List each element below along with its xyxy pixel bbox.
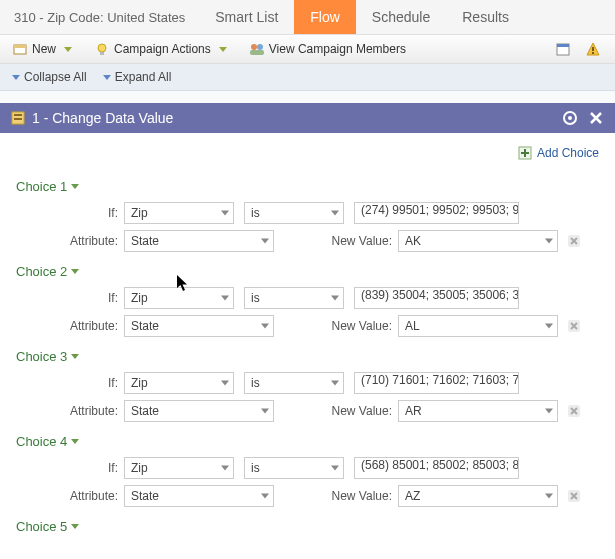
- chevron-down-icon: [71, 269, 79, 274]
- chevron-down-icon: [219, 47, 227, 52]
- if-label: If:: [16, 206, 124, 220]
- collapse-all-button[interactable]: Collapse All: [4, 67, 95, 87]
- chevron-down-icon: [71, 524, 79, 529]
- warning-icon: [585, 41, 601, 57]
- chevron-down-icon: [331, 296, 339, 301]
- new-menu[interactable]: New: [4, 38, 80, 60]
- choice-name: Choice 3: [16, 349, 67, 364]
- delete-choice-button[interactable]: [566, 488, 582, 504]
- svg-point-5: [257, 44, 263, 50]
- chevron-down-icon: [331, 211, 339, 216]
- if-value-input[interactable]: (568) 85001; 85002; 85003; 85004: [354, 457, 519, 479]
- svg-rect-6: [250, 50, 264, 55]
- choice-header[interactable]: Choice 5: [16, 519, 79, 534]
- expand-all-button[interactable]: Expand All: [95, 67, 180, 87]
- campaign-title: 310 - Zip Code: United States: [0, 0, 199, 34]
- chevron-down-icon: [331, 466, 339, 471]
- chevron-down-icon: [71, 184, 79, 189]
- choice-name: Choice 5: [16, 519, 67, 534]
- chevron-down-icon: [545, 239, 553, 244]
- lightbulb-icon: [94, 41, 110, 57]
- attribute-label: Attribute:: [16, 234, 124, 248]
- svg-rect-11: [592, 52, 594, 54]
- svg-rect-13: [14, 114, 22, 116]
- settings-icon[interactable]: [561, 109, 579, 127]
- if-operator-select[interactable]: is: [244, 372, 344, 394]
- if-field-select[interactable]: Zip: [124, 202, 234, 224]
- choice-name: Choice 4: [16, 434, 67, 449]
- if-value-input[interactable]: (710) 71601; 71602; 71603; 71604: [354, 372, 519, 394]
- delete-choice-button[interactable]: [566, 233, 582, 249]
- if-operator-select[interactable]: is: [244, 457, 344, 479]
- chevron-down-icon: [221, 296, 229, 301]
- svg-rect-1: [14, 45, 26, 48]
- if-field-select[interactable]: Zip: [124, 457, 234, 479]
- choice-header[interactable]: Choice 4: [16, 434, 79, 449]
- new-value-label: New Value:: [322, 404, 398, 418]
- new-label: New: [32, 42, 56, 56]
- attribute-select[interactable]: State: [124, 400, 274, 422]
- new-value-select[interactable]: AZ: [398, 485, 558, 507]
- expand-all-label: Expand All: [115, 70, 172, 84]
- svg-rect-10: [592, 47, 594, 51]
- close-icon[interactable]: [587, 109, 605, 127]
- step-header: 1 - Change Data Value: [0, 103, 615, 133]
- chevron-down-icon: [261, 494, 269, 499]
- choice-header[interactable]: Choice 1: [16, 179, 79, 194]
- choice-block: Choice 1 If: Zip is (274) 99501; 99502; …: [16, 173, 599, 252]
- tab-schedule[interactable]: Schedule: [356, 0, 446, 34]
- if-field-select[interactable]: Zip: [124, 287, 234, 309]
- chevron-down-icon: [71, 354, 79, 359]
- add-choice-button[interactable]: Add Choice: [517, 145, 599, 161]
- delete-choice-button[interactable]: [566, 403, 582, 419]
- chevron-down-icon: [71, 439, 79, 444]
- alert-button[interactable]: [581, 38, 605, 60]
- calendar-button[interactable]: [551, 38, 575, 60]
- chevron-down-icon: [12, 75, 20, 80]
- view-members-button[interactable]: View Campaign Members: [241, 38, 414, 60]
- if-value-input[interactable]: (839) 35004; 35005; 35006; 35007: [354, 287, 519, 309]
- if-field-select[interactable]: Zip: [124, 372, 234, 394]
- chevron-down-icon: [221, 211, 229, 216]
- campaign-actions-menu[interactable]: Campaign Actions: [86, 38, 235, 60]
- choice-header[interactable]: Choice 2: [16, 264, 79, 279]
- plus-icon: [517, 145, 533, 161]
- new-value-select[interactable]: AK: [398, 230, 558, 252]
- attribute-select[interactable]: State: [124, 315, 274, 337]
- attribute-select[interactable]: State: [124, 230, 274, 252]
- form-icon: [10, 110, 26, 126]
- tab-results[interactable]: Results: [446, 0, 525, 34]
- if-operator-select[interactable]: is: [244, 202, 344, 224]
- attribute-label: Attribute:: [16, 319, 124, 333]
- chevron-down-icon: [261, 409, 269, 414]
- new-value-select[interactable]: AL: [398, 315, 558, 337]
- if-label: If:: [16, 461, 124, 475]
- delete-choice-button[interactable]: [566, 318, 582, 334]
- svg-rect-3: [100, 52, 104, 55]
- if-label: If:: [16, 291, 124, 305]
- if-operator-select[interactable]: is: [244, 287, 344, 309]
- chevron-down-icon: [261, 239, 269, 244]
- svg-point-16: [568, 116, 572, 120]
- add-choice-label: Add Choice: [537, 146, 599, 160]
- choice-block: Choice 4 If: Zip is (568) 85001; 85002; …: [16, 428, 599, 507]
- choice-block: Choice 5: [16, 513, 599, 542]
- attribute-label: Attribute:: [16, 489, 124, 503]
- choice-block: Choice 3 If: Zip is (710) 71601; 71602; …: [16, 343, 599, 422]
- main-tabbar: 310 - Zip Code: United States Smart List…: [0, 0, 615, 35]
- svg-rect-21: [521, 152, 529, 154]
- if-value-input[interactable]: (274) 99501; 99502; 99503; 99504: [354, 202, 519, 224]
- new-value-label: New Value:: [322, 489, 398, 503]
- attribute-label: Attribute:: [16, 404, 124, 418]
- step-panel: Add Choice Choice 1 If: Zip is (274) 995…: [0, 133, 615, 559]
- choice-header[interactable]: Choice 3: [16, 349, 79, 364]
- tab-flow[interactable]: Flow: [294, 0, 356, 34]
- chevron-down-icon: [221, 381, 229, 386]
- new-value-select[interactable]: AR: [398, 400, 558, 422]
- tab-smart-list[interactable]: Smart List: [199, 0, 294, 34]
- new-value-label: New Value:: [322, 234, 398, 248]
- collapse-bar: Collapse All Expand All: [0, 64, 615, 91]
- attribute-select[interactable]: State: [124, 485, 274, 507]
- svg-rect-8: [557, 44, 569, 47]
- view-members-label: View Campaign Members: [269, 42, 406, 56]
